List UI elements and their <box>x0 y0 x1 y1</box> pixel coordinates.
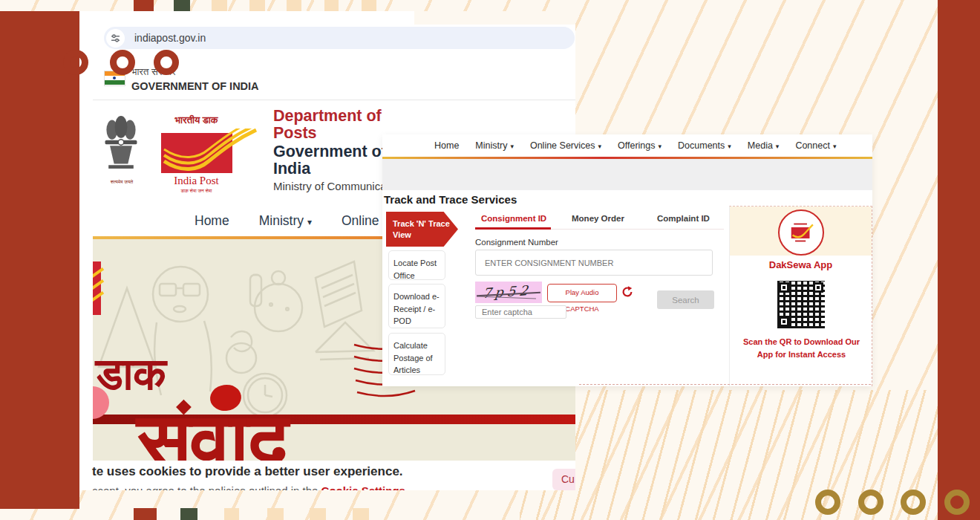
tab-complaint-id[interactable]: Complaint ID <box>657 214 710 223</box>
decor-ring <box>858 490 883 515</box>
decor-ring <box>154 50 179 75</box>
chevron-down-icon: ▾ <box>776 143 780 150</box>
nav-media[interactable]: Media▾ <box>748 140 780 151</box>
banner-word-dak: डाक <box>96 352 166 397</box>
banner-word-large: संवाद <box>137 401 289 461</box>
indiapost-logo-icon <box>154 129 258 178</box>
active-tab-underline <box>475 227 551 230</box>
govbar-english-label: GOVERNMENT OF INDIA <box>131 80 259 92</box>
browser-url-text[interactable]: indiapost.gov.in <box>134 32 206 44</box>
decor-square <box>362 0 376 11</box>
sidebar-item-locate-post-office[interactable]: Locate Post Office <box>388 250 445 280</box>
qr-caption: Scan the QR to Download Our App for Inst… <box>737 336 866 361</box>
cookie-notice-title: te uses cookies to provide a better user… <box>92 464 403 479</box>
decor-square <box>287 0 301 11</box>
decor-square <box>267 508 284 520</box>
tab-bar: Consignment ID Money Order Complaint ID <box>475 212 724 230</box>
nav-online-services[interactable]: Online Services▾ <box>530 140 601 151</box>
captcha-input[interactable] <box>475 305 566 319</box>
chevron-down-icon: ▾ <box>307 217 312 227</box>
decor-square <box>353 508 369 520</box>
nav-offerings[interactable]: Offerings▾ <box>618 140 662 151</box>
nav-documents[interactable]: Documents▾ <box>678 140 731 151</box>
decor-square <box>224 508 239 520</box>
decor-left-bar <box>0 11 79 509</box>
indiapost-logo-name: India Post <box>154 175 239 187</box>
decor-square <box>180 508 197 520</box>
search-button[interactable]: Search <box>657 290 714 309</box>
indiapost-logo-tagline: डाक सेवा जन सेवा <box>154 188 239 194</box>
cookie-notice-text: ccept, you agree to the policies outline… <box>92 484 405 490</box>
back-nav-ministry[interactable]: Ministry▾ <box>259 213 312 229</box>
daksewa-logo-icon <box>778 209 824 256</box>
decor-ring <box>815 490 840 515</box>
divider <box>93 100 575 100</box>
daksewa-app-title: DakSewa App <box>730 259 872 270</box>
track-trace-window: Home Ministry▾ Online Services▾ Offering… <box>382 134 872 386</box>
tab-consignment-id[interactable]: Consignment ID <box>481 214 546 223</box>
refresh-captcha-icon[interactable] <box>621 285 634 302</box>
decor-ring <box>901 490 926 515</box>
back-nav-home[interactable]: Home <box>195 213 229 229</box>
chevron-down-icon: ▾ <box>659 143 662 150</box>
chevron-down-icon: ▾ <box>510 143 514 150</box>
daksewa-app-panel: DakSewa App Scan the QR to Download Our … <box>729 206 872 386</box>
decor-ring <box>944 490 970 515</box>
chevron-down-icon: ▾ <box>598 143 601 150</box>
national-emblem-icon <box>100 115 142 182</box>
decor-square <box>134 508 157 520</box>
captcha-image: 7p52 <box>475 282 542 303</box>
decor-square <box>249 0 265 11</box>
consignment-number-input[interactable] <box>475 250 713 276</box>
nav-home[interactable]: Home <box>434 140 459 151</box>
cookie-settings-link[interactable]: Cookie Settings <box>321 484 405 490</box>
browser-url-bar[interactable]: indiapost.gov.in <box>104 27 575 49</box>
decor-ring <box>110 50 135 75</box>
consignment-number-label: Consignment Number <box>475 238 558 247</box>
window-top-notch <box>414 11 575 25</box>
decor-square <box>310 508 326 520</box>
dashed-divider <box>579 384 871 385</box>
decor-right-bar <box>938 0 980 520</box>
sidebar-item-track-n-trace[interactable]: Track 'N' Trace View <box>386 212 458 247</box>
nav-connect[interactable]: Connect▾ <box>795 140 836 151</box>
customise-cookies-button[interactable]: Cu <box>552 469 575 490</box>
tab-money-order[interactable]: Money Order <box>572 214 624 223</box>
chevron-down-icon: ▾ <box>728 143 731 150</box>
decor-square <box>174 0 190 11</box>
page-title: Track and Trace Services <box>384 193 517 206</box>
decor-square <box>324 0 339 11</box>
nav-ministry[interactable]: Ministry▾ <box>475 140 514 151</box>
gray-band <box>382 159 872 190</box>
indiapost-logo-hindi: भारतीय डाक <box>154 115 239 125</box>
tune-icon[interactable] <box>106 29 125 48</box>
decor-ring <box>63 50 88 75</box>
sidebar-item-calculate-postage[interactable]: Calculate Postage of Articles <box>388 333 445 375</box>
screenshot-stage: indiapost.gov.in भारत सरकार GOVERNMENT O… <box>0 0 980 520</box>
qr-code <box>777 281 825 328</box>
decor-square <box>134 0 154 11</box>
play-audio-captcha-button[interactable]: Play Audio CAPTCHA <box>547 284 617 302</box>
decor-square <box>212 0 227 11</box>
emblem-motto: सत्यमेव जयते <box>96 179 148 185</box>
banner-logo-sliver <box>93 261 101 315</box>
chevron-down-icon: ▾ <box>833 143 837 150</box>
sidebar-item-download-ereceipt[interactable]: Download e-Receipt / e-POD <box>388 284 445 328</box>
overlay-nav: Home Ministry▾ Online Services▾ Offering… <box>434 140 836 151</box>
